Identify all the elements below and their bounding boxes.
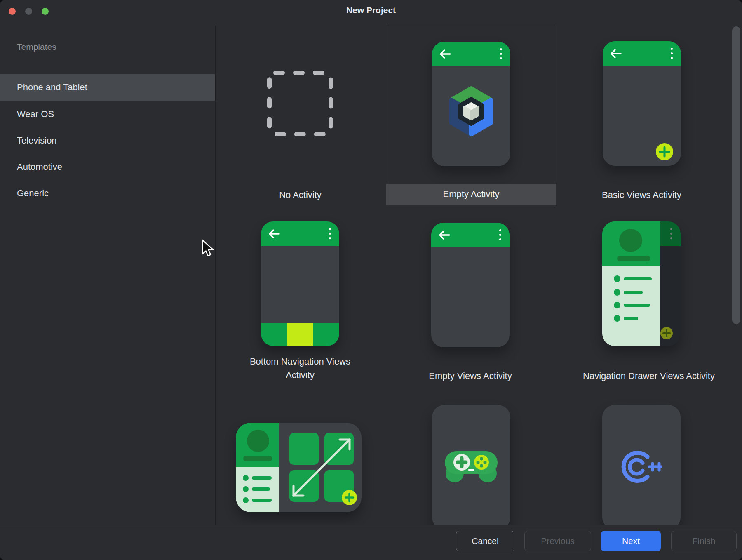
mouse-cursor-icon [201, 239, 216, 257]
drawer-header [602, 221, 660, 266]
kebab-menu-icon [670, 228, 672, 239]
avatar [619, 229, 642, 252]
templates-header: Templates [17, 42, 56, 52]
back-arrow-icon [609, 47, 622, 60]
navigation-drawer-panel [602, 221, 660, 346]
template-card-no-activity[interactable]: No Activity [221, 24, 380, 205]
page-title: New Project [0, 5, 742, 15]
sidebar-item-phone-and-tablet[interactable]: Phone and Tablet [0, 74, 215, 101]
sidebar-item-generic[interactable]: Generic [0, 180, 215, 207]
empty-activity-phone-preview [432, 42, 510, 166]
app-bar [603, 41, 681, 66]
back-arrow-icon [268, 228, 281, 240]
template-card-label: No Activity [221, 188, 380, 202]
fab-plus-icon [342, 490, 357, 505]
avatar [247, 430, 269, 452]
drawer-menu [602, 266, 660, 346]
template-card-label: Bottom Navigation Views Activity [242, 355, 358, 382]
sidebar-item-wear-os[interactable]: Wear OS [0, 101, 215, 127]
template-card-empty-views-activity[interactable]: Empty Views Activity [392, 215, 549, 388]
next-button[interactable]: Next [601, 531, 661, 551]
app-bar [432, 42, 510, 66]
new-project-dialog: New Project Templates Phone and Tablet W… [0, 0, 742, 560]
bottom-navigation-bar [261, 323, 339, 346]
template-card-label: Basic Views Activity [562, 188, 721, 202]
list-panel [236, 467, 279, 512]
back-arrow-icon [438, 229, 451, 241]
game-activity-phone-preview [432, 405, 510, 529]
kebab-menu-icon [329, 228, 331, 239]
no-activity-dashed-square-icon [265, 68, 335, 139]
back-arrow-icon [439, 48, 452, 60]
template-card-label: Navigation Drawer Views Activity [562, 369, 735, 383]
kebab-menu-icon [499, 229, 501, 240]
sidebar-divider [215, 26, 216, 525]
template-card-bottom-navigation-views-activity[interactable]: Bottom Navigation Views Activity [221, 215, 380, 388]
sidebar-item-label: Phone and Tablet [17, 82, 87, 93]
template-card-label: Empty Views Activity [392, 369, 549, 383]
username-placeholder [617, 256, 650, 261]
kebab-menu-icon [671, 48, 673, 59]
sidebar-item-television[interactable]: Television [0, 127, 215, 154]
selected-template-label: Empty Activity [386, 184, 556, 205]
sidebar-item-label: Generic [17, 188, 49, 199]
sidebar-item-automotive[interactable]: Automotive [0, 154, 215, 180]
sidebar-item-label: Television [17, 135, 57, 146]
primary-detail-preview [236, 423, 362, 512]
vertical-scrollbar-thumb[interactable] [732, 26, 740, 324]
app-bar [261, 221, 339, 246]
native-cpp-phone-preview [602, 405, 681, 529]
kebab-menu-icon [500, 48, 502, 59]
fab-plus-icon-dimmed [660, 327, 673, 339]
template-card-basic-views-activity[interactable]: Basic Views Activity [562, 24, 721, 205]
finish-button[interactable]: Finish [671, 531, 737, 551]
selected-nav-segment [287, 323, 313, 346]
empty-views-phone-preview [431, 223, 510, 347]
cancel-button[interactable]: Cancel [456, 531, 514, 551]
game-controller-icon [444, 449, 499, 483]
previous-button[interactable]: Previous [524, 531, 591, 551]
template-card-empty-activity[interactable]: Empty Activity [386, 24, 556, 205]
cpp-logo-icon [621, 449, 662, 484]
bottom-navigation-phone-preview [261, 221, 339, 346]
list-header [236, 423, 279, 467]
dialog-footer: Cancel Previous Next Finish [0, 525, 742, 560]
jetpack-compose-logo [446, 84, 497, 139]
app-bar [431, 223, 510, 247]
sidebar-item-label: Automotive [17, 162, 62, 172]
template-card-navigation-drawer-views-activity[interactable]: Navigation Drawer Views Activity [562, 215, 735, 388]
username-placeholder [243, 456, 272, 461]
basic-views-phone-preview [603, 41, 681, 166]
fab-plus-icon [656, 143, 673, 160]
sidebar-item-label: Wear OS [17, 109, 54, 120]
navigation-drawer-phone-preview [602, 221, 681, 346]
